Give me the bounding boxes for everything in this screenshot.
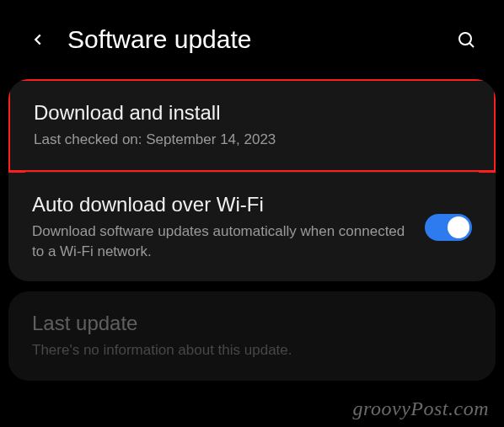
page-title: Software update [67, 25, 453, 54]
header: Software update [0, 0, 504, 71]
auto-download-subtitle: Download software updates automatically … [32, 222, 408, 262]
toggle-knob [448, 216, 469, 238]
svg-point-0 [459, 33, 471, 45]
last-update-title: Last update [32, 312, 472, 335]
auto-download-title: Auto download over Wi-Fi [32, 193, 408, 216]
settings-card-last-update: Last update There's no information about… [8, 291, 496, 381]
auto-download-content: Auto download over Wi-Fi Download softwa… [32, 193, 425, 262]
last-update-item[interactable]: Last update There's no information about… [8, 291, 496, 381]
auto-download-toggle[interactable] [425, 214, 472, 241]
search-button[interactable] [453, 27, 479, 52]
svg-line-1 [469, 43, 474, 47]
download-install-title: Download and install [34, 101, 470, 125]
settings-card-main: Download and install Last checked on: Se… [8, 79, 496, 281]
download-install-subtitle: Last checked on: September 14, 2023 [34, 130, 470, 150]
download-install-item[interactable]: Download and install Last checked on: Se… [8, 79, 496, 173]
back-button[interactable] [25, 27, 51, 52]
back-arrow-icon [29, 30, 47, 49]
search-icon [456, 29, 476, 50]
auto-download-item[interactable]: Auto download over Wi-Fi Download softwa… [8, 173, 496, 282]
watermark: groovyPost.com [353, 398, 489, 420]
last-update-subtitle: There's no information about this update… [32, 340, 472, 360]
